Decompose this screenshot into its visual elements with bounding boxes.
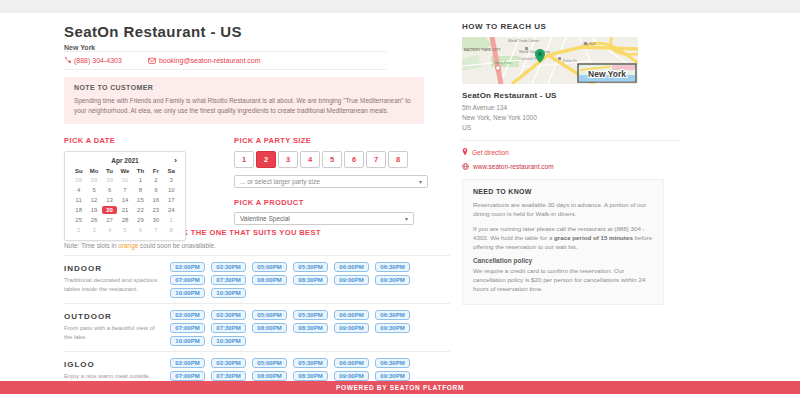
time-slot-button[interactable]: 08:30PM xyxy=(293,371,328,381)
calendar-day[interactable]: 3 xyxy=(164,176,179,184)
calendar-day[interactable]: 12 xyxy=(86,196,101,204)
party-size-button-3[interactable]: 3 xyxy=(278,151,298,168)
calendar-day[interactable]: 1 xyxy=(164,216,179,224)
calendar-day[interactable]: 16 xyxy=(148,196,163,204)
time-slot-button[interactable]: 08:30PM xyxy=(293,323,328,333)
time-slot-button[interactable]: 06:30PM xyxy=(375,358,410,368)
calendar-day[interactable]: 2 xyxy=(148,176,163,184)
time-slot-button[interactable]: 08:00PM xyxy=(252,275,287,285)
calendar-day[interactable]: 29 xyxy=(86,176,101,184)
calendar-day[interactable]: 28 xyxy=(117,216,132,224)
calendar-day[interactable]: 6 xyxy=(102,186,117,194)
calendar-day[interactable]: 5 xyxy=(86,186,101,194)
party-size-button-2[interactable]: 2 xyxy=(256,151,276,168)
calendar-day[interactable]: 24 xyxy=(164,206,179,214)
time-slot-button[interactable]: 07:30PM xyxy=(211,371,246,381)
time-slot-button[interactable]: 09:00PM xyxy=(334,275,369,285)
website-link[interactable]: www.seaton-restaurant.com xyxy=(462,163,681,170)
calendar-next-month-button[interactable]: › xyxy=(174,156,177,165)
calendar-day[interactable]: 26 xyxy=(86,216,101,224)
time-slot-button[interactable]: 07:30PM xyxy=(211,275,246,285)
time-slot-button[interactable]: 08:00PM xyxy=(252,323,287,333)
map[interactable]: BATTERY PARK CITY World Trade Center Wor… xyxy=(462,37,638,84)
time-slot-button[interactable]: 05:00PM xyxy=(252,358,287,368)
time-slot-button[interactable]: 06:00PM xyxy=(334,262,369,272)
calendar-day[interactable]: 31 xyxy=(117,176,132,184)
calendar-day[interactable]: 11 xyxy=(71,196,86,204)
get-direction-link[interactable]: Get direction xyxy=(462,148,681,156)
calendar-day[interactable]: 17 xyxy=(164,196,179,204)
calendar-day[interactable]: 7 xyxy=(148,226,163,234)
time-slot-button[interactable]: 02:30PM xyxy=(211,262,246,272)
time-slot-button[interactable]: 06:30PM xyxy=(375,310,410,320)
party-size-button-5[interactable]: 5 xyxy=(322,151,342,168)
party-size-button-8[interactable]: 8 xyxy=(388,151,408,168)
time-slot-button[interactable]: 02:30PM xyxy=(211,358,246,368)
time-slot-button[interactable]: 10:30PM xyxy=(211,288,246,298)
map-pin-icon xyxy=(462,148,468,156)
party-size-button-1[interactable]: 1 xyxy=(234,151,254,168)
time-slot-button[interactable]: 05:30PM xyxy=(293,262,328,272)
calendar-day[interactable]: 10 xyxy=(164,186,179,194)
calendar-day[interactable]: 3 xyxy=(86,226,101,234)
time-slot-button[interactable]: 02:00PM xyxy=(170,262,205,272)
calendar-day[interactable]: 4 xyxy=(102,226,117,234)
calendar-day[interactable]: 20 xyxy=(102,206,117,214)
party-size-button-4[interactable]: 4 xyxy=(300,151,320,168)
calendar-day[interactable]: 22 xyxy=(133,206,148,214)
calendar-day[interactable]: 14 xyxy=(117,196,132,204)
calendar-day[interactable]: 4 xyxy=(71,186,86,194)
time-slot-button[interactable]: 02:00PM xyxy=(170,358,205,368)
time-slot-button[interactable]: 09:30PM xyxy=(375,371,410,381)
time-slot-button[interactable]: 07:30PM xyxy=(211,323,246,333)
calendar-day[interactable]: 18 xyxy=(71,206,86,214)
calendar-day[interactable]: 28 xyxy=(71,176,86,184)
calendar-day[interactable]: 30 xyxy=(148,216,163,224)
phone-link[interactable]: (888) 304-4303 xyxy=(64,57,122,64)
calendar-day[interactable]: 27 xyxy=(102,216,117,224)
time-slot-button[interactable]: 05:00PM xyxy=(252,262,287,272)
time-slot-button[interactable]: 06:00PM xyxy=(334,310,369,320)
calendar-day[interactable]: 9 xyxy=(148,186,163,194)
calendar-day[interactable]: 7 xyxy=(117,186,132,194)
calendar-day[interactable]: 23 xyxy=(148,206,163,214)
calendar-day[interactable]: 30 xyxy=(102,176,117,184)
time-slot-button[interactable]: 07:00PM xyxy=(170,371,205,381)
email-link[interactable]: booking@seaton-restaurant.com xyxy=(148,57,261,64)
product-select[interactable]: Valentine Special ▾ xyxy=(234,212,414,225)
time-slot-button[interactable]: 08:30PM xyxy=(293,275,328,285)
calendar-day[interactable]: 19 xyxy=(86,206,101,214)
calendar-day[interactable]: 21 xyxy=(117,206,132,214)
time-slot-button[interactable]: 05:30PM xyxy=(293,310,328,320)
calendar-day[interactable]: 1 xyxy=(133,176,148,184)
time-slot-button[interactable]: 06:30PM xyxy=(375,262,410,272)
time-slot-button[interactable]: 09:00PM xyxy=(334,323,369,333)
time-slot-button[interactable]: 07:00PM xyxy=(170,275,205,285)
time-slot-button[interactable]: 02:30PM xyxy=(211,310,246,320)
envelope-icon xyxy=(148,57,156,64)
time-slot-button[interactable]: 08:00PM xyxy=(252,371,287,381)
time-slot-button[interactable]: 07:00PM xyxy=(170,323,205,333)
calendar-day[interactable]: 6 xyxy=(133,226,148,234)
calendar-day[interactable]: 8 xyxy=(164,226,179,234)
calendar-day[interactable]: 13 xyxy=(102,196,117,204)
party-size-button-6[interactable]: 6 xyxy=(344,151,364,168)
time-slot-button[interactable]: 09:00PM xyxy=(334,371,369,381)
calendar-day[interactable]: 2 xyxy=(71,226,86,234)
time-slot-button[interactable]: 06:00PM xyxy=(334,358,369,368)
calendar-day[interactable]: 25 xyxy=(71,216,86,224)
calendar-day[interactable]: 15 xyxy=(133,196,148,204)
time-slot-button[interactable]: 05:00PM xyxy=(252,310,287,320)
calendar-day[interactable]: 8 xyxy=(133,186,148,194)
larger-party-size-select[interactable]: ... or select larger party size ▾ xyxy=(234,175,428,188)
time-slot-button[interactable]: 10:00PM xyxy=(170,288,205,298)
time-slot-button[interactable]: 10:30PM xyxy=(211,336,246,346)
time-slot-button[interactable]: 10:00PM xyxy=(170,336,205,346)
time-slot-button[interactable]: 02:00PM xyxy=(170,310,205,320)
time-slot-button[interactable]: 09:30PM xyxy=(375,323,410,333)
time-slot-button[interactable]: 09:30PM xyxy=(375,275,410,285)
calendar-day[interactable]: 29 xyxy=(133,216,148,224)
calendar-day[interactable]: 5 xyxy=(117,226,132,234)
party-size-button-7[interactable]: 7 xyxy=(366,151,386,168)
time-slot-button[interactable]: 05:30PM xyxy=(293,358,328,368)
